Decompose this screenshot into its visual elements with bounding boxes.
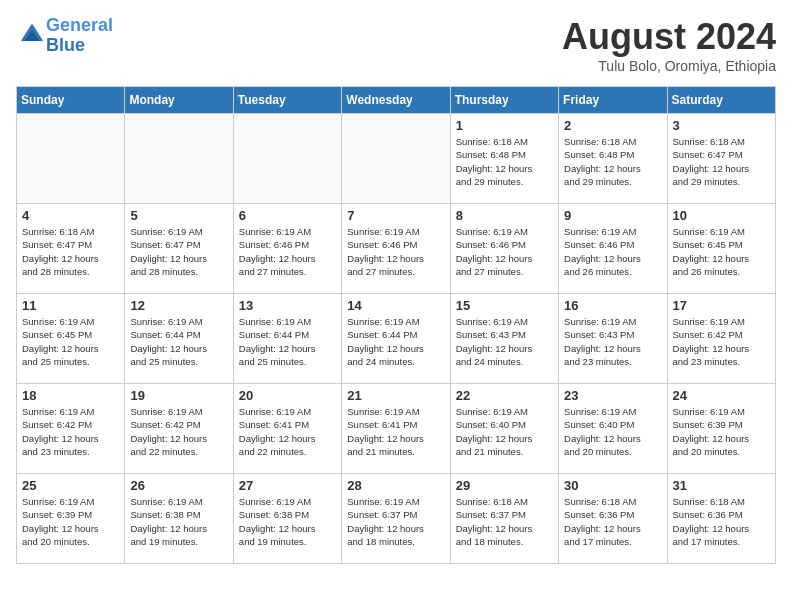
cell-info: Sunrise: 6:19 AM Sunset: 6:41 PM Dayligh… [239,405,336,458]
cell-info: Sunrise: 6:18 AM Sunset: 6:37 PM Dayligh… [456,495,553,548]
day-number: 9 [564,208,661,223]
day-number: 8 [456,208,553,223]
day-number: 14 [347,298,444,313]
calendar-cell: 19Sunrise: 6:19 AM Sunset: 6:42 PM Dayli… [125,384,233,474]
day-number: 27 [239,478,336,493]
cell-info: Sunrise: 6:18 AM Sunset: 6:36 PM Dayligh… [564,495,661,548]
calendar-cell: 7Sunrise: 6:19 AM Sunset: 6:46 PM Daylig… [342,204,450,294]
calendar-cell: 4Sunrise: 6:18 AM Sunset: 6:47 PM Daylig… [17,204,125,294]
day-number: 18 [22,388,119,403]
day-number: 28 [347,478,444,493]
day-number: 10 [673,208,770,223]
weekday-header: Sunday [17,87,125,114]
cell-info: Sunrise: 6:19 AM Sunset: 6:43 PM Dayligh… [564,315,661,368]
cell-info: Sunrise: 6:19 AM Sunset: 6:41 PM Dayligh… [347,405,444,458]
calendar-cell: 21Sunrise: 6:19 AM Sunset: 6:41 PM Dayli… [342,384,450,474]
calendar-cell: 27Sunrise: 6:19 AM Sunset: 6:38 PM Dayli… [233,474,341,564]
location: Tulu Bolo, Oromiya, Ethiopia [562,58,776,74]
calendar-cell: 10Sunrise: 6:19 AM Sunset: 6:45 PM Dayli… [667,204,775,294]
day-number: 23 [564,388,661,403]
day-number: 17 [673,298,770,313]
calendar-week-row: 25Sunrise: 6:19 AM Sunset: 6:39 PM Dayli… [17,474,776,564]
day-number: 29 [456,478,553,493]
calendar-cell: 15Sunrise: 6:19 AM Sunset: 6:43 PM Dayli… [450,294,558,384]
cell-info: Sunrise: 6:19 AM Sunset: 6:39 PM Dayligh… [673,405,770,458]
weekday-header: Monday [125,87,233,114]
calendar-cell: 2Sunrise: 6:18 AM Sunset: 6:48 PM Daylig… [559,114,667,204]
cell-info: Sunrise: 6:18 AM Sunset: 6:48 PM Dayligh… [456,135,553,188]
cell-info: Sunrise: 6:19 AM Sunset: 6:42 PM Dayligh… [22,405,119,458]
calendar-cell [125,114,233,204]
day-number: 22 [456,388,553,403]
calendar-cell: 5Sunrise: 6:19 AM Sunset: 6:47 PM Daylig… [125,204,233,294]
calendar-cell: 23Sunrise: 6:19 AM Sunset: 6:40 PM Dayli… [559,384,667,474]
weekday-header: Saturday [667,87,775,114]
calendar-cell: 12Sunrise: 6:19 AM Sunset: 6:44 PM Dayli… [125,294,233,384]
cell-info: Sunrise: 6:19 AM Sunset: 6:46 PM Dayligh… [347,225,444,278]
day-number: 4 [22,208,119,223]
title-block: August 2024 Tulu Bolo, Oromiya, Ethiopia [562,16,776,74]
cell-info: Sunrise: 6:19 AM Sunset: 6:38 PM Dayligh… [130,495,227,548]
calendar-cell: 18Sunrise: 6:19 AM Sunset: 6:42 PM Dayli… [17,384,125,474]
cell-info: Sunrise: 6:19 AM Sunset: 6:45 PM Dayligh… [22,315,119,368]
cell-info: Sunrise: 6:18 AM Sunset: 6:47 PM Dayligh… [22,225,119,278]
calendar-cell: 16Sunrise: 6:19 AM Sunset: 6:43 PM Dayli… [559,294,667,384]
calendar-cell: 25Sunrise: 6:19 AM Sunset: 6:39 PM Dayli… [17,474,125,564]
day-number: 12 [130,298,227,313]
cell-info: Sunrise: 6:19 AM Sunset: 6:46 PM Dayligh… [456,225,553,278]
day-number: 24 [673,388,770,403]
day-number: 2 [564,118,661,133]
day-number: 6 [239,208,336,223]
day-number: 21 [347,388,444,403]
calendar-table: SundayMondayTuesdayWednesdayThursdayFrid… [16,86,776,564]
calendar-cell: 17Sunrise: 6:19 AM Sunset: 6:42 PM Dayli… [667,294,775,384]
weekday-header: Tuesday [233,87,341,114]
cell-info: Sunrise: 6:19 AM Sunset: 6:46 PM Dayligh… [239,225,336,278]
cell-info: Sunrise: 6:19 AM Sunset: 6:46 PM Dayligh… [564,225,661,278]
calendar-week-row: 11Sunrise: 6:19 AM Sunset: 6:45 PM Dayli… [17,294,776,384]
weekday-header-row: SundayMondayTuesdayWednesdayThursdayFrid… [17,87,776,114]
calendar-week-row: 4Sunrise: 6:18 AM Sunset: 6:47 PM Daylig… [17,204,776,294]
calendar-week-row: 1Sunrise: 6:18 AM Sunset: 6:48 PM Daylig… [17,114,776,204]
calendar-week-row: 18Sunrise: 6:19 AM Sunset: 6:42 PM Dayli… [17,384,776,474]
month-year: August 2024 [562,16,776,58]
day-number: 15 [456,298,553,313]
calendar-cell: 11Sunrise: 6:19 AM Sunset: 6:45 PM Dayli… [17,294,125,384]
calendar-cell: 20Sunrise: 6:19 AM Sunset: 6:41 PM Dayli… [233,384,341,474]
calendar-cell: 3Sunrise: 6:18 AM Sunset: 6:47 PM Daylig… [667,114,775,204]
calendar-cell: 9Sunrise: 6:19 AM Sunset: 6:46 PM Daylig… [559,204,667,294]
day-number: 26 [130,478,227,493]
calendar-cell: 31Sunrise: 6:18 AM Sunset: 6:36 PM Dayli… [667,474,775,564]
calendar-cell: 30Sunrise: 6:18 AM Sunset: 6:36 PM Dayli… [559,474,667,564]
calendar-cell: 22Sunrise: 6:19 AM Sunset: 6:40 PM Dayli… [450,384,558,474]
page-header: General Blue August 2024 Tulu Bolo, Orom… [16,16,776,74]
calendar-cell: 29Sunrise: 6:18 AM Sunset: 6:37 PM Dayli… [450,474,558,564]
logo-icon [18,20,46,48]
calendar-cell: 24Sunrise: 6:19 AM Sunset: 6:39 PM Dayli… [667,384,775,474]
calendar-cell: 6Sunrise: 6:19 AM Sunset: 6:46 PM Daylig… [233,204,341,294]
cell-info: Sunrise: 6:18 AM Sunset: 6:48 PM Dayligh… [564,135,661,188]
calendar-cell: 28Sunrise: 6:19 AM Sunset: 6:37 PM Dayli… [342,474,450,564]
calendar-cell [233,114,341,204]
cell-info: Sunrise: 6:19 AM Sunset: 6:44 PM Dayligh… [347,315,444,368]
cell-info: Sunrise: 6:19 AM Sunset: 6:44 PM Dayligh… [239,315,336,368]
weekday-header: Friday [559,87,667,114]
cell-info: Sunrise: 6:19 AM Sunset: 6:40 PM Dayligh… [564,405,661,458]
day-number: 16 [564,298,661,313]
day-number: 5 [130,208,227,223]
calendar-cell: 14Sunrise: 6:19 AM Sunset: 6:44 PM Dayli… [342,294,450,384]
logo: General Blue [16,16,113,56]
day-number: 30 [564,478,661,493]
cell-info: Sunrise: 6:19 AM Sunset: 6:47 PM Dayligh… [130,225,227,278]
calendar-cell [342,114,450,204]
day-number: 13 [239,298,336,313]
cell-info: Sunrise: 6:19 AM Sunset: 6:40 PM Dayligh… [456,405,553,458]
calendar-cell: 1Sunrise: 6:18 AM Sunset: 6:48 PM Daylig… [450,114,558,204]
day-number: 31 [673,478,770,493]
weekday-header: Thursday [450,87,558,114]
cell-info: Sunrise: 6:18 AM Sunset: 6:47 PM Dayligh… [673,135,770,188]
cell-info: Sunrise: 6:18 AM Sunset: 6:36 PM Dayligh… [673,495,770,548]
day-number: 19 [130,388,227,403]
day-number: 25 [22,478,119,493]
cell-info: Sunrise: 6:19 AM Sunset: 6:39 PM Dayligh… [22,495,119,548]
